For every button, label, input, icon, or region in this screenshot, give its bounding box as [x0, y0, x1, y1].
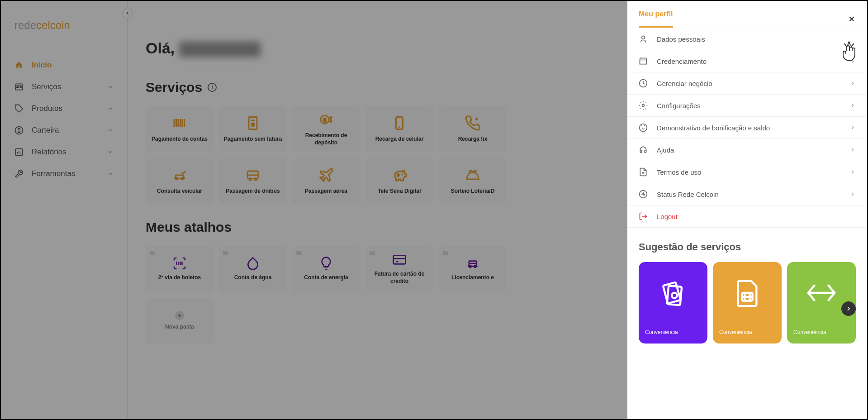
gear-icon: [639, 101, 648, 110]
chevron-right-icon: [849, 169, 856, 175]
menu-label: Configurações: [657, 102, 840, 110]
menu-label: Gerenciar negócio: [657, 80, 840, 87]
menu-credenciamento[interactable]: Credenciamento: [627, 50, 867, 72]
menu-label: Ajuda: [657, 146, 840, 154]
menu-demonstrativo[interactable]: Demonstrativo de bonificação e saldo: [627, 117, 867, 139]
activity-icon: [639, 190, 648, 199]
suggestion-section-title: Sugestão de serviços: [627, 228, 867, 262]
suggestion-category: Conveniência: [645, 329, 701, 335]
menu-termos-uso[interactable]: Termos de uso: [627, 161, 867, 183]
menu-gerenciar-negocio[interactable]: Gerenciar negócio: [627, 72, 867, 95]
chevron-right-icon: [849, 191, 856, 197]
chevron-right-icon: [849, 80, 856, 86]
sim-icon: [719, 270, 775, 315]
document-icon: [639, 167, 648, 177]
clock-icon: [639, 79, 648, 88]
svg-point-45: [640, 124, 647, 132]
menu-configuracoes[interactable]: Configurações: [627, 95, 867, 117]
menu-ajuda[interactable]: Ajuda: [627, 139, 867, 161]
store-icon: [639, 57, 648, 66]
chevron-right-icon: [849, 102, 856, 109]
close-icon[interactable]: [848, 15, 856, 23]
menu-dados-pessoais[interactable]: Dados pessoais: [627, 28, 867, 50]
panel-title: Meu perfil: [639, 10, 673, 28]
menu-label: Demonstrativo de bonificação e saldo: [657, 124, 840, 132]
tutorial-pointer-icon: [838, 39, 860, 67]
suggestion-category: Conveniência: [793, 329, 849, 335]
menu-label: Dados pessoais: [657, 35, 856, 43]
menu-label: Termos de uso: [657, 168, 840, 176]
headset-icon: [639, 145, 648, 154]
svg-point-51: [672, 293, 677, 298]
profile-panel: Meu perfil Dados pessoais Credenciamento…: [627, 1, 867, 419]
menu-status[interactable]: Status Rede Celcoin: [627, 183, 867, 205]
suggestion-cards: Conveniência Conveniência Conveniência: [627, 262, 867, 355]
money-hand-icon: [645, 270, 701, 315]
profile-menu: Dados pessoais Credenciamento Gerenciar …: [627, 28, 867, 228]
chevron-right-icon: [849, 124, 856, 131]
suggestion-category: Conveniência: [719, 329, 775, 335]
svg-point-42: [642, 36, 645, 39]
menu-label: Credenciamento: [657, 57, 840, 65]
suggestion-card-1[interactable]: Conveniência: [639, 262, 707, 344]
suggestion-card-2[interactable]: Conveniência: [713, 262, 782, 344]
piggy-circle-icon: [639, 123, 648, 132]
chevron-right-icon: [849, 147, 856, 153]
menu-label: Status Rede Celcoin: [657, 191, 840, 198]
menu-label: Logout: [657, 213, 856, 220]
person-icon: [639, 34, 648, 43]
menu-logout[interactable]: Logout: [627, 205, 867, 228]
svg-point-44: [642, 105, 645, 107]
suggestion-next-button[interactable]: [841, 301, 856, 316]
logout-icon: [639, 212, 648, 221]
